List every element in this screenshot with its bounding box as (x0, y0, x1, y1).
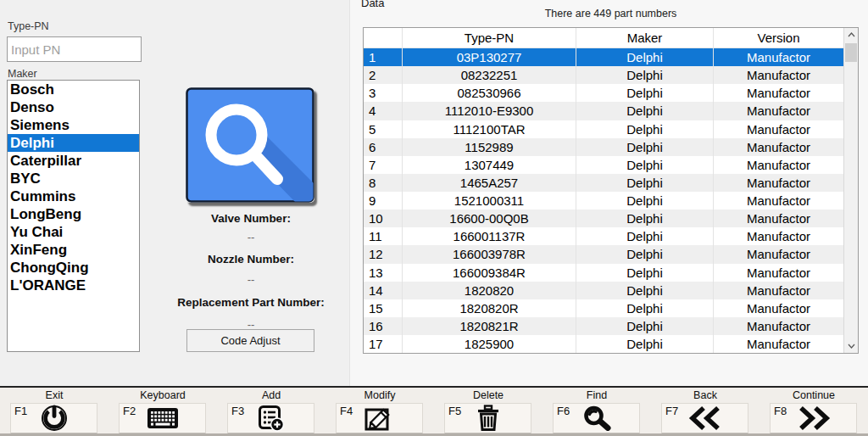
cell-version: Manufactor (714, 227, 843, 245)
cell-type_pn: 1820821R (403, 317, 576, 335)
table-row[interactable]: 3082530966DelphiManufactor (364, 84, 843, 102)
function-label: Back (651, 389, 760, 401)
function-cell-exit: ExitF1 (0, 388, 108, 436)
column-header: Maker (576, 28, 714, 48)
table-row[interactable]: 208232251DelphiManufactor (364, 66, 843, 84)
maker-item[interactable]: Bosch (8, 81, 139, 98)
table-row[interactable]: 41112010-E9300DelphiManufactor (364, 102, 843, 120)
part-number-input[interactable] (7, 36, 142, 62)
function-cell-continue: ContinueF8 (760, 388, 868, 436)
cell-version: Manufactor (714, 174, 843, 192)
exit-button[interactable]: F1 (10, 403, 97, 434)
function-label: Delete (434, 389, 542, 401)
cell-type_pn: 16600-00Q0B (403, 210, 576, 227)
cell-maker: Delphi (576, 156, 714, 174)
search-icon (186, 87, 314, 203)
table-row[interactable]: 91521000311DelphiManufactor (364, 192, 843, 210)
function-label: Keyboard (108, 389, 217, 401)
delete-button[interactable]: F5 (444, 403, 531, 434)
table-scrollbar[interactable] (843, 28, 858, 353)
power-icon (11, 404, 97, 433)
table-row[interactable]: 103P130277DelphiManufactor (364, 48, 843, 66)
add-button[interactable]: F3 (227, 403, 314, 434)
cell-num: 16 (364, 317, 403, 335)
scrollbar-track[interactable] (844, 42, 858, 339)
cell-type_pn: 1112010-E9300 (403, 102, 576, 120)
pencil-edit-icon (337, 404, 422, 433)
table-row[interactable]: 71307449DelphiManufactor (364, 156, 843, 174)
cell-type_pn: 1820820 (403, 282, 576, 299)
keyboard-icon (120, 404, 205, 433)
table-row[interactable]: 12166003978RDelphiManufactor (364, 245, 843, 263)
maker-listbox[interactable]: BoschDensoSiemensDelphiCaterpillarBYCCum… (7, 80, 140, 352)
maker-item[interactable]: Denso (8, 98, 139, 116)
keyboard-button[interactable]: F2 (119, 403, 206, 434)
cell-version: Manufactor (714, 138, 843, 156)
cell-maker: Delphi (576, 210, 714, 227)
table-row[interactable]: 61152989DelphiManufactor (364, 138, 843, 156)
cell-type_pn: 1521000311 (403, 192, 576, 210)
cell-maker: Delphi (576, 335, 714, 353)
maker-item[interactable]: Siemens (8, 116, 139, 134)
find-button[interactable]: F6 (553, 403, 640, 434)
chevrons-left-icon (662, 404, 748, 433)
magnifier-icon (554, 404, 639, 433)
maker-item[interactable]: Caterpillar (8, 152, 139, 170)
maker-item[interactable]: BYC (8, 170, 139, 187)
maker-item[interactable]: LongBeng (8, 205, 139, 223)
table-row[interactable]: 81465A257DelphiManufactor (364, 174, 843, 192)
function-label: Add (217, 389, 326, 401)
table-row[interactable]: 11166001137RDelphiManufactor (364, 227, 843, 245)
cell-type_pn: 166001137R (403, 227, 576, 245)
maker-item[interactable]: ChongQing (8, 259, 139, 277)
cell-maker: Delphi (576, 227, 714, 245)
table-row[interactable]: 13166009384RDelphiManufactor (364, 264, 843, 282)
table-row[interactable]: 1016600-00Q0BDelphiManufactor (364, 210, 843, 227)
chevrons-right-icon (771, 404, 856, 433)
cell-num: 2 (364, 66, 403, 84)
scroll-down-icon[interactable] (844, 339, 858, 353)
function-cell-delete: DeleteF5 (434, 388, 542, 436)
table-row[interactable]: 51112100TARDelphiManufactor (364, 120, 843, 138)
table-row[interactable]: 141820820DelphiManufactor (364, 282, 843, 299)
maker-item[interactable]: Cummins (8, 187, 139, 205)
table-row[interactable]: 171825900DelphiManufactor (364, 335, 843, 353)
cell-version: Manufactor (714, 317, 843, 335)
cell-maker: Delphi (576, 84, 714, 102)
scrollbar-thumb[interactable] (845, 43, 857, 62)
cell-type_pn: 1465A257 (403, 174, 576, 192)
maker-item[interactable]: Yu Chai (8, 223, 139, 241)
valve-number-label: Valve Number: (170, 212, 331, 225)
cell-type_pn: 082530966 (403, 84, 576, 102)
function-cell-back: BackF7 (651, 388, 760, 436)
column-header (364, 28, 403, 48)
search-button[interactable] (186, 87, 314, 203)
maker-item[interactable]: L'ORANGE (8, 277, 139, 294)
cell-type_pn: 166003978R (403, 245, 576, 263)
function-label: Find (542, 389, 651, 401)
cell-type_pn: 03P130277 (403, 48, 576, 66)
cell-maker: Delphi (576, 174, 714, 192)
function-cell-add: AddF3 (217, 388, 326, 436)
modify-button[interactable]: F4 (336, 403, 423, 434)
data-panel: Data There are 449 part numbers Type-PNM… (349, 0, 868, 386)
continue-button[interactable]: F8 (770, 403, 857, 434)
back-button[interactable]: F7 (661, 403, 748, 434)
table-row[interactable]: 151820820RDelphiManufactor (364, 299, 843, 317)
cell-num: 17 (364, 335, 403, 353)
maker-label: Maker (8, 68, 37, 80)
maker-item[interactable]: Delphi (8, 134, 139, 152)
cell-num: 4 (364, 102, 403, 120)
part-count-text: There are 449 part numbers (363, 8, 859, 20)
code-adjust-button[interactable]: Code Adjust (186, 329, 314, 352)
function-cell-find: FindF6 (542, 388, 651, 436)
table-row[interactable]: 161820821RDelphiManufactor (364, 317, 843, 335)
replacement-part-number-label: Replacement Part Number: (170, 296, 331, 309)
cell-version: Manufactor (714, 102, 843, 120)
scroll-up-icon[interactable] (844, 28, 858, 42)
parts-table: Type-PNMakerVersion 103P130277DelphiManu… (363, 27, 859, 354)
cell-version: Manufactor (714, 299, 843, 317)
cell-num: 8 (364, 174, 403, 192)
nozzle-number-value: -- (170, 273, 331, 286)
maker-item[interactable]: XinFeng (8, 241, 139, 259)
